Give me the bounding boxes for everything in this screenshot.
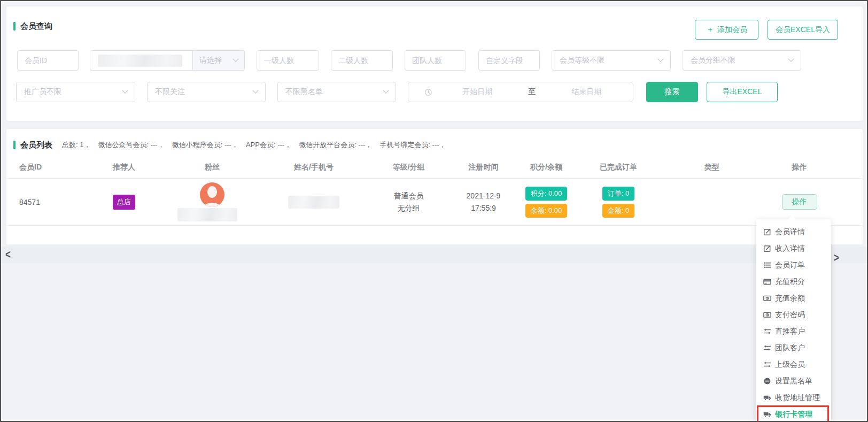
- stat-phone-bound: 手机号绑定会员: ---，: [379, 140, 446, 150]
- chevron-down-icon: [232, 56, 238, 62]
- chevron-down-icon: [788, 56, 794, 62]
- scroll-right-icon[interactable]: >: [834, 252, 839, 265]
- avatar-head-shape: [207, 186, 217, 198]
- menu-item-payment-password[interactable]: 支付密码: [756, 306, 831, 323]
- redacted-fan-name: [177, 208, 237, 221]
- member-query-card: 会员查询 ＋ 添加会员 会员EXCEL导入 请选择 会员等级不限: [6, 6, 863, 121]
- level1-count-input[interactable]: [257, 50, 319, 71]
- section-accent-bar: [13, 141, 15, 149]
- balance-badge: 余额: 0.00: [525, 204, 568, 218]
- menu-item-recharge-balance[interactable]: 充值余额: [756, 290, 831, 306]
- points-badge: 积分: 0.00: [525, 187, 568, 201]
- search-label: 搜索: [665, 87, 680, 97]
- promoter-value: 推广员不限: [24, 87, 61, 97]
- cell-register-time: 2021-12-9 17:55:9: [453, 190, 514, 214]
- menu-item-upline-member[interactable]: 上级会员: [756, 356, 831, 373]
- register-time: 17:55:9: [471, 202, 496, 214]
- query-section-title: 会员查询: [20, 21, 52, 32]
- chevron-down-icon: [383, 88, 389, 94]
- menu-item-shipping-address[interactable]: 收货地址管理: [756, 389, 831, 406]
- avatar-body-shape: [204, 203, 220, 207]
- register-date: 2021-12-9: [467, 190, 501, 202]
- menu-item-direct-customers[interactable]: 直推客户: [756, 323, 831, 340]
- blacklist-select[interactable]: 不限黑名单: [277, 82, 396, 102]
- promoter-select[interactable]: 推广员不限: [16, 82, 135, 102]
- register-date-range-picker[interactable]: 开始日期 至 结束日期: [408, 82, 633, 102]
- add-member-label: 添加会员: [717, 25, 747, 35]
- member-list-card: 会员列表 总数: 1， 微信公众号会员: ---， 微信小程序会员: ---， …: [6, 129, 863, 244]
- member-level-value: 会员等级不限: [560, 56, 604, 65]
- row-action-button[interactable]: 操作: [782, 194, 817, 210]
- export-excel-label: 导出EXCEL: [723, 87, 762, 97]
- chevron-down-icon: [657, 56, 663, 62]
- member-level-select[interactable]: 会员等级不限: [552, 50, 671, 71]
- menu-item-label: 团队客户: [775, 343, 805, 353]
- keyword-type-select[interactable]: 请选择: [192, 50, 245, 71]
- cell-member-id: 84571: [6, 198, 87, 206]
- app-frame: 会员查询 ＋ 添加会员 会员EXCEL导入 请选择 会员等级不限: [0, 0, 868, 422]
- list-section-title: 会员列表: [20, 140, 52, 150]
- search-button[interactable]: 搜索: [646, 82, 698, 102]
- date-start-placeholder[interactable]: 开始日期: [439, 87, 517, 97]
- follow-value: 不限关注: [155, 87, 185, 97]
- menu-item-team-customers[interactable]: 团队客户: [756, 340, 831, 356]
- header-referrer: 推荐人: [87, 163, 161, 172]
- stat-app: APP会员: ---，: [246, 140, 291, 150]
- chevron-down-icon: [252, 88, 258, 94]
- menu-item-label: 支付密码: [775, 310, 805, 320]
- menu-item-member-detail[interactable]: 会员详情: [756, 224, 831, 240]
- header-type: 类型: [658, 163, 765, 172]
- avatar: [200, 182, 224, 207]
- redacted-name-phone: [288, 196, 339, 209]
- referrer-badge: 总店: [113, 195, 135, 210]
- keyword-input-group[interactable]: 请选择: [90, 50, 245, 71]
- level2-count-input[interactable]: [331, 50, 393, 71]
- member-id-input[interactable]: [17, 50, 79, 71]
- member-stats: 总数: 1， 微信公众号会员: ---， 微信小程序会员: ---， APP会员…: [62, 140, 446, 150]
- header-points-balance: 积分/余额: [514, 163, 578, 172]
- header-member-id: 会员ID: [6, 163, 87, 172]
- menu-item-label: 会员详情: [775, 227, 805, 237]
- excel-import-button[interactable]: 会员EXCEL导入: [768, 20, 838, 40]
- team-count-input[interactable]: [405, 50, 466, 71]
- menu-item-bank-card[interactable]: 银行卡管理: [756, 406, 831, 422]
- date-end-placeholder[interactable]: 结束日期: [547, 87, 625, 97]
- cell-points-balance: 积分: 0.00 余额: 0.00: [514, 187, 578, 218]
- cell-fans: [161, 182, 263, 221]
- menu-item-label: 收货地址管理: [775, 393, 820, 403]
- truck-icon: [763, 410, 771, 418]
- menu-item-label: 直推客户: [775, 327, 805, 336]
- credit-card-icon: [763, 278, 771, 286]
- member-group-value: 会员分组不限: [691, 56, 735, 65]
- cell-actions: 操作: [765, 194, 863, 210]
- menu-item-member-orders[interactable]: 会员订单: [756, 257, 831, 273]
- custom-field-input[interactable]: [478, 50, 540, 71]
- date-separator: 至: [516, 87, 547, 97]
- menu-item-set-blacklist[interactable]: 设置黑名单: [756, 373, 831, 389]
- cell-name-phone: [263, 196, 365, 209]
- stat-wechat-open: 微信开放平台会员: ---，: [299, 140, 372, 150]
- menu-item-label: 会员订单: [775, 260, 805, 270]
- header-register-time: 注册时间: [453, 163, 514, 172]
- cell-referrer: 总店: [87, 195, 161, 210]
- menu-item-label: 充值积分: [775, 277, 805, 287]
- member-group: 无分组: [398, 202, 420, 214]
- member-group-select[interactable]: 会员分组不限: [683, 50, 801, 71]
- excel-import-label: 会员EXCEL导入: [776, 25, 830, 35]
- keyword-input[interactable]: [90, 50, 192, 71]
- truck-icon: [763, 394, 771, 402]
- scroll-left-icon[interactable]: <: [5, 249, 11, 262]
- follow-select[interactable]: 不限关注: [147, 82, 266, 102]
- plus-icon: ＋: [706, 25, 714, 35]
- menu-item-income-detail[interactable]: 收入详情: [756, 240, 831, 257]
- redacted-keyword-value: [98, 55, 182, 67]
- cell-level-group: 普通会员 无分组: [365, 190, 453, 214]
- edit-square-icon: [763, 244, 771, 252]
- blacklist-value: 不限黑名单: [285, 87, 323, 97]
- menu-item-recharge-points[interactable]: 充值积分: [756, 273, 831, 290]
- stat-total: 总数: 1，: [62, 140, 90, 150]
- add-member-button[interactable]: ＋ 添加会员: [695, 20, 758, 40]
- header-name-phone: 姓名/手机号: [263, 163, 365, 172]
- export-excel-button[interactable]: 导出EXCEL: [707, 82, 778, 102]
- stat-wechat-official: 微信公众号会员: ---，: [98, 140, 164, 150]
